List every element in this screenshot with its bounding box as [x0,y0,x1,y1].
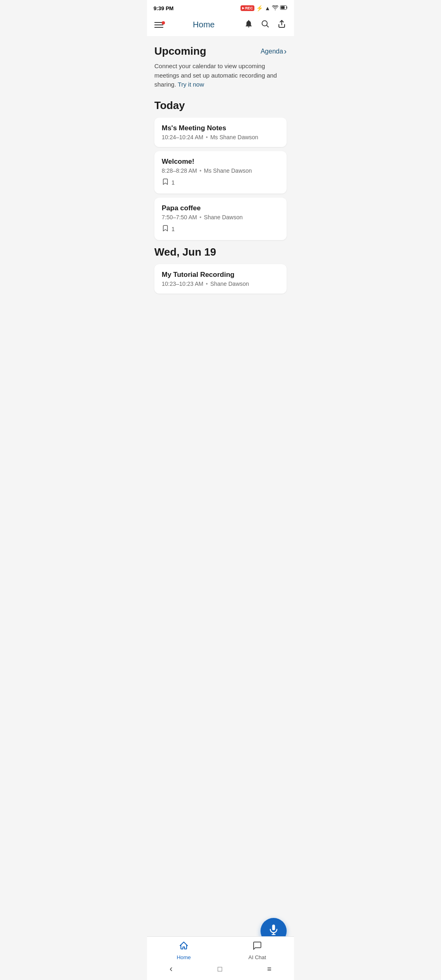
upcoming-section: Upcoming Agenda Connect your calendar to… [154,45,287,89]
tab-home[interactable]: Home [147,941,220,960]
bookmark-icon [162,178,169,187]
meeting-time: 8:28–8:28 AM [162,167,197,174]
recents-button[interactable]: ≡ [257,963,281,975]
menu-notification-dot [162,21,165,24]
signal-icon: ▲ [265,5,270,11]
action-count: 1 [172,179,175,186]
page-title: Home [193,20,214,29]
wed-section: Wed, Jun 19 My Tutorial Recording 10:23–… [154,246,287,294]
meeting-meta: 10:23–10:23 AM • Shane Dawson [162,281,279,287]
svg-rect-1 [281,6,285,9]
meta-separator: • [199,167,201,174]
meeting-title: Papa coffee [162,204,279,212]
svg-rect-5 [272,924,275,930]
back-button[interactable]: ‹ [160,962,182,976]
battery-icon [280,5,287,11]
meeting-time: 10:24–10:24 AM [162,134,203,140]
connect-calendar-text: Connect your calendar to view upcoming m… [154,62,287,89]
meeting-card[interactable]: Welcome! 8:28–8:28 AM • Ms Shane Dawson … [154,151,287,194]
bookmark-icon [162,225,169,234]
meeting-actions: 1 [162,225,279,234]
wifi-icon [272,5,278,11]
meeting-card[interactable]: Papa coffee 7:50–7:50 AM • Shane Dawson … [154,198,287,240]
tab-ai-chat[interactable]: AI Chat [220,941,294,960]
meeting-meta: 10:24–10:24 AM • Ms Shane Dawson [162,134,279,140]
upcoming-title: Upcoming [154,45,206,58]
meeting-host: Ms Shane Dawson [204,167,252,174]
meeting-host: Shane Dawson [204,214,243,220]
home-button[interactable]: □ [208,963,232,975]
meeting-title: Ms's Meeting Notes [162,124,279,132]
svg-line-3 [267,25,268,27]
meeting-host: Shane Dawson [210,281,249,287]
status-time: 9:39 PM [154,5,174,11]
meeting-title: Welcome! [162,158,279,166]
home-tab-icon [179,941,189,953]
status-icons: REC ⚡ ▲ [241,5,287,11]
status-bar: 9:39 PM REC ⚡ ▲ [147,0,294,15]
android-nav-bar: ‹ □ ≡ [147,960,294,980]
notification-icon[interactable] [244,19,253,30]
meeting-time: 10:23–10:23 AM [162,281,203,287]
meeting-host: Ms Shane Dawson [210,134,258,140]
ai-chat-tab-icon [252,941,262,953]
today-section: Today Ms's Meeting Notes 10:24–10:24 AM … [154,99,287,240]
meeting-meta: 8:28–8:28 AM • Ms Shane Dawson [162,167,279,174]
meeting-actions: 1 [162,178,279,187]
today-title: Today [154,99,287,112]
meta-separator: • [199,214,201,220]
try-it-now-link[interactable]: Try it now [178,81,204,88]
meeting-meta: 7:50–7:50 AM • Shane Dawson [162,214,279,220]
top-nav: Home [147,15,294,37]
meeting-title: My Tutorial Recording [162,271,279,279]
agenda-link[interactable]: Agenda [261,47,287,56]
nav-actions [244,19,287,31]
meta-separator: • [206,134,208,140]
meeting-card[interactable]: My Tutorial Recording 10:23–10:23 AM • S… [154,264,287,294]
action-count: 1 [172,226,175,232]
meeting-time: 7:50–7:50 AM [162,214,197,220]
search-icon[interactable] [261,19,270,30]
main-content: Upcoming Agenda Connect your calendar to… [147,37,294,339]
upcoming-header: Upcoming Agenda [154,45,287,58]
nav-left [154,22,163,28]
meeting-card[interactable]: Ms's Meeting Notes 10:24–10:24 AM • Ms S… [154,118,287,147]
meta-separator: • [206,281,208,287]
recording-indicator: REC [241,5,254,11]
bluetooth-icon: ⚡ [256,5,263,11]
wed-title: Wed, Jun 19 [154,246,287,258]
upload-icon[interactable] [277,19,287,31]
